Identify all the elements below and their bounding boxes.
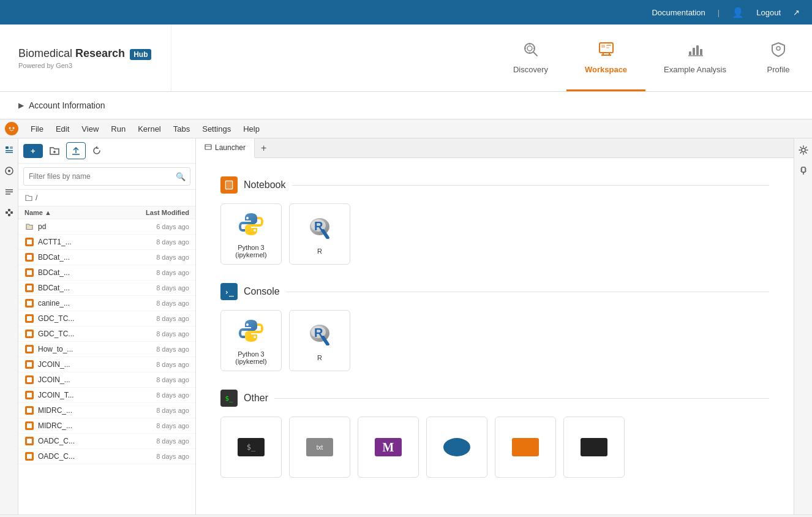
menu-kernel[interactable]: Kernel [133, 123, 166, 135]
file-table-header: Name ▲ Last Modified [18, 206, 195, 219]
file-item[interactable]: OADC_C...8 days ago [18, 434, 195, 449]
menu-help[interactable]: Help [238, 123, 265, 135]
account-info-bar[interactable]: ▶ Account Information [0, 92, 812, 119]
console-section-icon: ›_ [220, 283, 238, 300]
menu-file[interactable]: File [26, 123, 48, 135]
user-icon: 👤 [732, 7, 744, 18]
svg-rect-16 [696, 45, 699, 55]
python3-console-item[interactable]: Python 3(ipykernel) [220, 310, 282, 371]
notebook-icon [24, 344, 34, 354]
logo-badge: Hub [130, 49, 151, 60]
file-path: / [18, 190, 195, 206]
new-folder-button[interactable] [45, 143, 64, 159]
file-item[interactable]: canine_...8 days ago [18, 296, 195, 311]
svg-point-19 [776, 47, 780, 50]
col-name-header[interactable]: Name ▲ [24, 209, 134, 216]
sidebar-extensions-icon[interactable] [2, 206, 16, 219]
svg-line-2 [533, 52, 537, 56]
file-item[interactable]: BDCat_...8 days ago [18, 265, 195, 281]
logo-text2: Research [75, 47, 125, 59]
tab-profile[interactable]: Profile [745, 25, 812, 91]
tab-bar: Launcher + [196, 138, 794, 158]
editor-area: Launcher + Notebook [196, 138, 794, 515]
logout-icon: ↗ [793, 8, 800, 17]
extension-item[interactable] [563, 417, 625, 478]
search-input[interactable] [23, 167, 190, 186]
nav-logo: Biomedical Research Hub Powered by Gen3 [0, 25, 171, 91]
notebook-items: Python 3(ipykernel) [220, 203, 769, 265]
menu-edit[interactable]: Edit [51, 123, 74, 135]
menu-tabs[interactable]: Tabs [168, 123, 195, 135]
sidebar-commands-icon[interactable] [2, 185, 16, 198]
launcher-tab[interactable]: Launcher [196, 138, 255, 158]
file-item[interactable]: JCOIN_...8 days ago [18, 372, 195, 388]
file-item[interactable]: ACTT1_...8 days ago [18, 235, 195, 250]
file-item[interactable]: JCOIN_...8 days ago [18, 357, 195, 372]
svg-rect-26 [10, 146, 13, 149]
svg-rect-59 [802, 167, 805, 172]
svg-rect-31 [6, 194, 10, 195]
notebook-icon [24, 360, 34, 369]
file-list: pd6 days agoACTT1_...8 days agoBDCat_...… [18, 219, 195, 515]
svg-point-21 [9, 127, 11, 129]
new-file-button[interactable]: + [23, 144, 43, 158]
file-item[interactable]: OADC_C...8 days ago [18, 449, 195, 464]
file-item[interactable]: GDC_TC...8 days ago [18, 326, 195, 342]
sidebar-files-icon[interactable] [2, 143, 16, 157]
contexthelp-item[interactable] [426, 417, 487, 478]
tab-workspace[interactable]: Workspace [566, 25, 645, 91]
textfile-item[interactable]: txt [289, 417, 350, 478]
python3-notebook-label: Python 3(ipykernel) [235, 244, 266, 258]
notebook-icon [24, 390, 34, 400]
search-icon: 🔍 [176, 172, 186, 181]
tab-workspace-label: Workspace [585, 65, 627, 74]
file-panel: + [18, 138, 196, 515]
file-item[interactable]: MIDRC_...8 days ago [18, 403, 195, 418]
settings-icon[interactable] [797, 143, 810, 157]
tab-example-analysis[interactable]: Example Analysis [645, 25, 745, 91]
file-item[interactable]: How_to_...8 days ago [18, 342, 195, 357]
r-console-item[interactable]: R R [289, 310, 350, 371]
svg-point-44 [246, 217, 249, 219]
svg-rect-24 [6, 150, 13, 151]
notebook-icon [24, 252, 34, 262]
svg-rect-33 [6, 211, 8, 214]
r-notebook-item[interactable]: R R [289, 203, 350, 265]
notebook-section: Notebook [220, 176, 769, 265]
debugger-item[interactable] [495, 417, 556, 478]
upload-button[interactable] [66, 142, 86, 159]
python3-notebook-item[interactable]: Python 3(ipykernel) [220, 203, 282, 265]
file-item[interactable]: GDC_TC...8 days ago [18, 311, 195, 326]
sidebar-running-icon[interactable] [2, 164, 16, 178]
svg-point-28 [8, 170, 10, 172]
file-item[interactable]: BDCat_...8 days ago [18, 281, 195, 296]
col-modified-header: Last Modified [134, 209, 189, 216]
tab-profile-label: Profile [767, 65, 790, 74]
menu-run[interactable]: Run [106, 123, 130, 135]
documentation-link[interactable]: Documentation [652, 8, 705, 17]
file-item[interactable]: JCOIN_T...8 days ago [18, 388, 195, 403]
account-info-label: Account Information [29, 100, 105, 110]
terminal-item[interactable]: $_ [220, 417, 282, 478]
svg-rect-43 [226, 181, 232, 189]
menu-view[interactable]: View [77, 123, 103, 135]
logout-link[interactable]: Logout [756, 8, 781, 17]
tab-discovery[interactable]: Discovery [495, 25, 566, 91]
notebook-icon [24, 406, 34, 415]
svg-point-52 [254, 336, 256, 338]
other-section-label: Other [244, 393, 268, 404]
file-item[interactable]: MIDRC_...8 days ago [18, 418, 195, 434]
svg-rect-14 [689, 51, 691, 55]
file-panel-toolbar: + [18, 138, 195, 164]
profile-icon [770, 40, 787, 61]
markdown-item[interactable]: M [358, 417, 419, 478]
svg-rect-23 [6, 146, 9, 149]
svg-rect-35 [8, 214, 10, 216]
file-item[interactable]: pd6 days ago [18, 219, 195, 235]
file-item[interactable]: BDCat_...8 days ago [18, 250, 195, 265]
new-tab-button[interactable]: + [255, 139, 273, 157]
refresh-button[interactable] [88, 143, 105, 158]
debug-icon[interactable] [797, 164, 810, 178]
menu-settings[interactable]: Settings [197, 123, 236, 135]
extension-icon [579, 432, 609, 462]
